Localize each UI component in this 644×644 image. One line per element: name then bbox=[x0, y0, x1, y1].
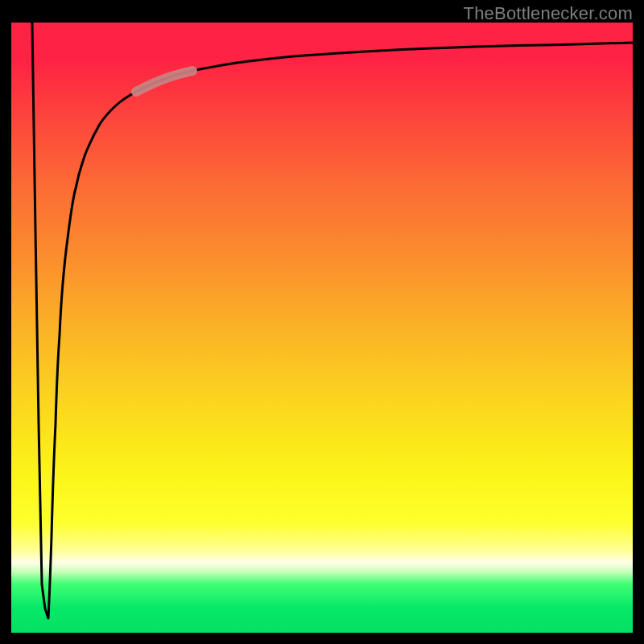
recovery-path bbox=[48, 43, 633, 618]
spike-path bbox=[32, 23, 48, 618]
highlight-segment-path bbox=[136, 71, 192, 92]
attribution-label: TheBottlenecker.com bbox=[464, 3, 633, 24]
chart-frame bbox=[11, 23, 633, 633]
curve-overlay bbox=[11, 23, 633, 633]
